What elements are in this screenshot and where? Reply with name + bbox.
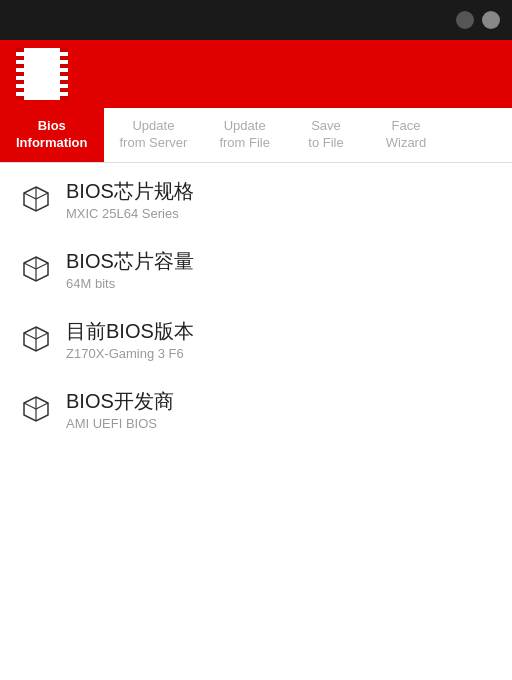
app-header: [0, 40, 512, 108]
bios-item-value-current-version: Z170X-Gaming 3 F6: [66, 346, 194, 361]
bios-item-text-chip-spec: BIOS芯片规格MXIC 25L64 Series: [66, 179, 194, 221]
bios-item-text-current-version: 目前BIOS版本Z170X-Gaming 3 F6: [66, 319, 194, 361]
bios-item-developer: BIOS开发商AMI UEFI BIOS: [20, 389, 492, 431]
svg-line-3: [24, 193, 36, 199]
tab-bios-information[interactable]: Bios Information: [0, 108, 104, 162]
close-button[interactable]: [482, 11, 500, 29]
bios-item-value-chip-spec: MXIC 25L64 Series: [66, 206, 194, 221]
svg-line-18: [24, 403, 36, 409]
bios-item-value-chip-capacity: 64M bits: [66, 276, 194, 291]
nav-tabs: Bios InformationUpdate from ServerUpdate…: [0, 108, 512, 163]
svg-line-8: [24, 263, 36, 269]
svg-line-17: [36, 403, 48, 409]
tab-update-from-server[interactable]: Update from Server: [104, 108, 204, 162]
bios-item-title-chip-capacity: BIOS芯片容量: [66, 249, 194, 273]
cube-icon: [20, 323, 52, 355]
svg-line-13: [24, 333, 36, 339]
svg-line-12: [36, 333, 48, 339]
bios-item-title-chip-spec: BIOS芯片规格: [66, 179, 194, 203]
bios-item-value-developer: AMI UEFI BIOS: [66, 416, 174, 431]
bios-item-current-version: 目前BIOS版本Z170X-Gaming 3 F6: [20, 319, 492, 361]
minimize-button[interactable]: [456, 11, 474, 29]
bios-item-chip-spec: BIOS芯片规格MXIC 25L64 Series: [20, 179, 492, 221]
tab-update-from-file[interactable]: Update from File: [203, 108, 286, 162]
bios-item-title-current-version: 目前BIOS版本: [66, 319, 194, 343]
svg-line-2: [36, 193, 48, 199]
bios-item-text-developer: BIOS开发商AMI UEFI BIOS: [66, 389, 174, 431]
bios-item-text-chip-capacity: BIOS芯片容量64M bits: [66, 249, 194, 291]
bios-item-title-developer: BIOS开发商: [66, 389, 174, 413]
tab-face-wizard[interactable]: Face Wizard: [366, 108, 446, 162]
cube-icon: [20, 393, 52, 425]
tab-save-to-file[interactable]: Save to File: [286, 108, 366, 162]
cube-icon: [20, 253, 52, 285]
window-controls: [456, 11, 500, 29]
cube-icon: [20, 183, 52, 215]
bios-item-chip-capacity: BIOS芯片容量64M bits: [20, 249, 492, 291]
content-area: BIOS芯片规格MXIC 25L64 Series BIOS芯片容量64M bi…: [0, 163, 512, 475]
titlebar: [0, 0, 512, 40]
app-icon: [16, 48, 68, 100]
svg-line-7: [36, 263, 48, 269]
